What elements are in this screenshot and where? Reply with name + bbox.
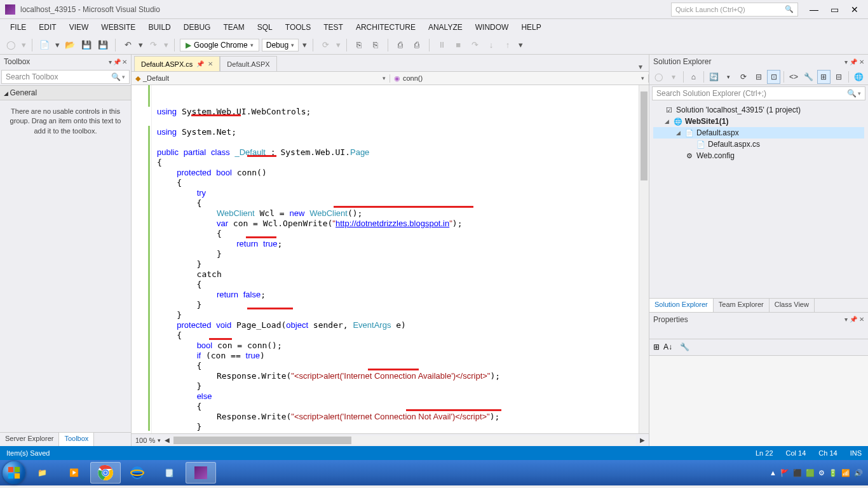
scroll-right-button[interactable]: ▶: [640, 437, 645, 444]
zoom-level[interactable]: 100 %: [135, 437, 155, 444]
pause-button[interactable]: ⏸: [435, 38, 449, 52]
code-button[interactable]: <>: [787, 70, 801, 84]
solution-tree[interactable]: ☑ Solution 'localhost_43915' (1 project)…: [649, 102, 868, 164]
back-button[interactable]: ◯: [652, 70, 665, 84]
panel-dropdown-icon[interactable]: ▾: [109, 58, 112, 65]
file-default-aspx-cs[interactable]: 📄 Default.aspx.cs: [653, 139, 864, 150]
undo-button[interactable]: ↶: [121, 38, 135, 52]
tab-default-aspx-cs[interactable]: Default.ASPX.cs 📌 ✕: [134, 56, 220, 71]
code-editor[interactable]: using System.Web.UI.WebControls; using S…: [132, 85, 649, 433]
close-panel-icon[interactable]: ✕: [859, 316, 864, 323]
vertical-scrollbar[interactable]: [639, 85, 649, 433]
menu-view[interactable]: VIEW: [63, 20, 95, 34]
menu-tools[interactable]: TOOLS: [279, 20, 317, 34]
file-default-aspx[interactable]: ◢📄 Default.aspx: [653, 127, 864, 139]
menu-team[interactable]: TEAM: [217, 20, 250, 34]
copy-website-button[interactable]: 🌐: [852, 70, 865, 84]
minimize-button[interactable]: —: [806, 3, 822, 16]
pin-icon[interactable]: 📌: [196, 60, 204, 67]
preview-button[interactable]: ⊞: [817, 70, 831, 84]
panel-dropdown-icon[interactable]: ▾: [844, 316, 848, 323]
system-tray[interactable]: ▲ 🚩⬛🟩⚙🔋📶🔊: [770, 469, 865, 477]
start-debug-button[interactable]: ▶ Google Chrome ▾: [180, 39, 259, 51]
taskbar-explorer[interactable]: 📁: [27, 462, 57, 484]
svg-rect-2: [8, 473, 13, 478]
member-combo[interactable]: ◉ conn() ▾: [390, 74, 649, 83]
step-button-2[interactable]: ⎘: [369, 38, 383, 52]
nav-back-button[interactable]: ◯: [4, 38, 18, 52]
open-file-button[interactable]: 📂: [63, 38, 77, 52]
sync-button[interactable]: 🔄: [707, 70, 721, 84]
menu-website[interactable]: WEBSITE: [95, 20, 142, 34]
property-pages-button[interactable]: 🔧: [680, 342, 689, 351]
debug-2[interactable]: ⎙: [410, 38, 424, 52]
toolbox-search-input[interactable]: Search Toolbox 🔍 ▾: [1, 70, 130, 84]
categorized-button[interactable]: ⊞: [653, 342, 660, 351]
step-button-1[interactable]: ⎘: [352, 38, 366, 52]
show-all-button[interactable]: ⊡: [767, 70, 780, 84]
redo-button[interactable]: ↷: [146, 38, 160, 52]
close-button[interactable]: ✕: [846, 3, 863, 16]
nav-forward-button[interactable]: ▾: [20, 38, 27, 52]
alphabetical-button[interactable]: A↓: [663, 342, 672, 351]
debug-1[interactable]: ⎙: [393, 38, 407, 52]
toolbox-tab[interactable]: Toolbox: [59, 433, 94, 446]
toolbox-group-general[interactable]: ◢ General: [0, 85, 131, 100]
taskbar-media[interactable]: ▶️: [58, 462, 89, 484]
close-tab-icon[interactable]: ✕: [208, 60, 213, 67]
save-button[interactable]: 💾: [79, 38, 93, 52]
menu-build[interactable]: BUILD: [142, 20, 177, 34]
quick-launch-input[interactable]: Quick Launch (Ctrl+Q) 🔍: [671, 3, 798, 17]
tab-overflow-button[interactable]: ▾: [635, 62, 646, 71]
home-button[interactable]: ⌂: [687, 70, 700, 84]
pin-icon[interactable]: 📌: [850, 58, 857, 65]
menu-file[interactable]: FILE: [4, 20, 32, 34]
start-button[interactable]: [3, 461, 25, 484]
close-panel-icon[interactable]: ✕: [859, 58, 864, 65]
menu-edit[interactable]: EDIT: [32, 20, 62, 34]
menu-help[interactable]: HELP: [515, 20, 547, 34]
collapse-button[interactable]: ⊟: [752, 70, 766, 84]
taskbar-notes[interactable]: 🗒️: [154, 462, 184, 484]
close-panel-icon[interactable]: ✕: [122, 58, 127, 65]
pin-icon[interactable]: 📌: [850, 316, 857, 323]
taskbar-ie[interactable]: [122, 462, 153, 484]
taskbar-chrome[interactable]: [90, 462, 121, 484]
menu-test[interactable]: TEST: [317, 20, 349, 34]
step-over-button[interactable]: ↷: [468, 38, 482, 52]
class-combo[interactable]: ◆ _Default ▾: [132, 74, 390, 83]
solution-search-input[interactable]: Search Solution Explorer (Ctrl+;) 🔍 ▾: [652, 86, 865, 100]
stop-button[interactable]: ■: [451, 38, 465, 52]
menu-sql[interactable]: SQL: [251, 20, 279, 34]
maximize-button[interactable]: ▭: [826, 3, 843, 16]
tray-up-icon[interactable]: ▲: [770, 469, 776, 477]
new-project-button[interactable]: 📄: [37, 38, 51, 52]
pin-icon[interactable]: 📌: [113, 58, 121, 65]
editor-area: Default.ASPX.cs 📌 ✕ Default.ASPX ▾ ◆ _De…: [132, 55, 649, 446]
forward-button[interactable]: ▾: [667, 70, 681, 84]
server-explorer-tab[interactable]: Server Explorer: [0, 433, 59, 446]
properties-button[interactable]: 🔧: [802, 70, 815, 84]
taskbar-vs[interactable]: [186, 462, 216, 484]
project-node[interactable]: ◢🌐 WebSite1(1): [653, 116, 864, 127]
file-web-config[interactable]: ⚙ Web.config: [653, 150, 864, 161]
menu-window[interactable]: WINDOW: [469, 20, 515, 34]
menu-architecture[interactable]: ARCHITECTURE: [349, 20, 422, 34]
menu-debug[interactable]: DEBUG: [177, 20, 217, 34]
menu-analyze[interactable]: ANALYZE: [422, 20, 469, 34]
horizontal-scrollbar[interactable]: [173, 436, 636, 445]
refresh-button[interactable]: ⟳: [737, 70, 750, 84]
solution-explorer-tab[interactable]: Solution Explorer: [649, 299, 714, 312]
panel-dropdown-icon[interactable]: ▾: [844, 58, 848, 65]
status-col: Col 14: [786, 449, 806, 457]
solution-node[interactable]: ☑ Solution 'localhost_43915' (1 project): [653, 104, 864, 116]
scroll-left-button[interactable]: ◀: [165, 437, 170, 444]
step-out-button[interactable]: ↑: [501, 38, 515, 52]
class-view-tab[interactable]: Class View: [770, 299, 815, 312]
step-into-button[interactable]: ↓: [484, 38, 498, 52]
save-all-button[interactable]: 💾: [96, 38, 110, 52]
tab-default-aspx[interactable]: Default.ASPX: [220, 56, 276, 71]
config-combo[interactable]: Debug ▾: [262, 39, 299, 51]
browser-link-button[interactable]: ⟳: [318, 38, 332, 52]
team-explorer-tab[interactable]: Team Explorer: [714, 299, 770, 312]
